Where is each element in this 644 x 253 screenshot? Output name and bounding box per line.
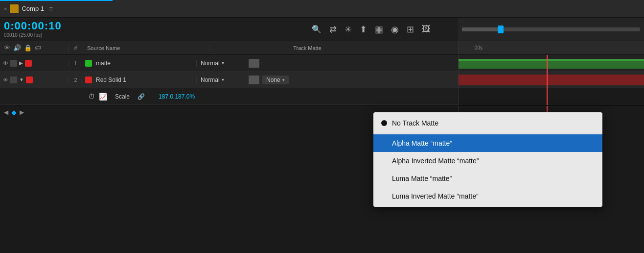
ruler-time-label: :00s xyxy=(473,45,483,51)
num-column-header: # xyxy=(69,45,83,51)
menu-item-bullet-icon xyxy=(381,120,387,126)
nav-left-arrow-icon[interactable]: ◀ xyxy=(4,109,8,116)
link-icon: 🔗 xyxy=(138,93,145,100)
layers-area: 👁 ▶ 1 matte Normal ▾ 👁 xyxy=(0,55,644,105)
timeline-scrubber xyxy=(458,18,644,41)
layer-2-track-matte-value: None xyxy=(266,76,280,83)
graph-icon[interactable]: 📈 xyxy=(99,93,107,101)
control-icons-header: 👁 🔊 🔒 🏷 xyxy=(0,44,69,51)
layer-1-track-block xyxy=(459,61,644,69)
layer-2-expand-icon[interactable]: ▼ xyxy=(19,77,24,82)
eye-header-icon: 👁 xyxy=(4,44,10,51)
scale-playhead xyxy=(547,88,548,105)
layer-1-blend-arrow-icon: ▾ xyxy=(222,60,224,66)
layer-1-color-box xyxy=(85,60,92,67)
layer-1-controls: 👁 ▶ xyxy=(0,60,69,67)
layer-2-num: 2 xyxy=(69,77,83,83)
layer-2-timeline-track xyxy=(458,72,644,88)
menu-item-no-track-matte-label: No Track Matte xyxy=(392,119,438,127)
layer-2-color-box xyxy=(85,76,92,83)
keyframe-icon[interactable]: ⏱ xyxy=(88,93,95,101)
layer-1-blend-label: Normal xyxy=(201,60,220,67)
layer-2-track-matte-swatch xyxy=(249,76,259,84)
scrubber-handle[interactable] xyxy=(498,25,504,33)
search-icon[interactable]: 🔍 xyxy=(312,25,322,34)
menu-item-luma-inverted-matte-label: Luma Inverted Matte “matte” xyxy=(392,192,479,200)
layer-2-blend-label: Normal xyxy=(201,76,220,83)
menu-item-no-track-matte[interactable]: No Track Matte xyxy=(373,114,602,132)
tab-close-button[interactable]: × xyxy=(4,6,7,12)
layer-1-timeline-track xyxy=(458,55,644,72)
fps-label: 00010 (25.00 fps) xyxy=(4,32,102,38)
scale-label: Scale xyxy=(115,93,130,100)
layer-2-color-swatch xyxy=(10,76,17,83)
column-headers: 👁 🔊 🔒 🏷 # Source Name Track Matte :00s xyxy=(0,41,644,55)
layout-icon[interactable]: ⊞ xyxy=(407,24,414,35)
scale-value: 187.0,187.0% xyxy=(159,93,195,100)
nav-diamond-icon[interactable]: ◆ xyxy=(11,108,17,116)
tab-menu-icon[interactable]: ≡ xyxy=(49,5,53,13)
tab-bar: × Comp 1 ≡ xyxy=(0,0,644,18)
scrubber-bar[interactable] xyxy=(462,27,640,31)
scale-icons: ⏱ 📈 Scale xyxy=(69,93,130,101)
layer-2-track-block xyxy=(459,75,644,85)
layer-2-dropdown-arrow-icon: ▾ xyxy=(282,77,285,82)
layer-2-track-matte-dropdown[interactable]: None ▾ xyxy=(262,76,289,84)
timecode-block: 0:00:00:10 00010 (25.00 fps) xyxy=(4,19,102,40)
nav-right-arrow-icon[interactable]: ▶ xyxy=(20,109,24,116)
audio-header-icon: 🔊 xyxy=(13,44,21,51)
label-header-icon: 🏷 xyxy=(35,44,41,51)
menu-item-luma-inverted-matte[interactable]: Luma Inverted Matte “matte” xyxy=(373,187,602,205)
grid-icon[interactable]: ▦ xyxy=(375,24,383,35)
layer-1-color-swatch xyxy=(10,60,17,67)
layer-1-track-matte-swatch xyxy=(249,59,259,68)
timecode-display[interactable]: 0:00:00:10 xyxy=(4,21,102,31)
source-name-column-header: Source Name xyxy=(83,45,209,51)
layer-2-label-icon xyxy=(26,76,33,83)
menu-item-alpha-matte-label: Alpha Matte “matte” xyxy=(392,139,452,147)
top-toolbar: 0:00:00:10 00010 (25.00 fps) 🔍 ⇄ ✳ ⬆ ▦ ◉… xyxy=(0,18,644,41)
menu-item-alpha-inverted-matte[interactable]: Alpha Inverted Matte “matte” xyxy=(373,152,602,170)
tab-title: Comp 1 xyxy=(22,5,44,12)
tab-icon xyxy=(10,4,19,13)
layer-2-name: Red Solid 1 xyxy=(94,76,197,83)
transfer-icon[interactable]: ⇄ xyxy=(329,24,337,35)
layer-1-playhead xyxy=(547,55,548,72)
timeline-ruler: :00s xyxy=(458,41,644,55)
layer-2-playhead xyxy=(547,72,548,88)
layer-2-eye-icon[interactable]: 👁 xyxy=(3,77,8,83)
lock-header-icon: 🔒 xyxy=(24,44,32,51)
star-icon[interactable]: ✳ xyxy=(345,24,352,35)
menu-item-luma-matte[interactable]: Luma Matte “matte” xyxy=(373,170,602,187)
menu-item-luma-matte-label: Luma Matte “matte” xyxy=(392,175,452,182)
layer-2-blend-arrow-icon: ▾ xyxy=(222,77,224,82)
scale-timeline-track xyxy=(458,88,644,105)
circle-icon[interactable]: ◉ xyxy=(391,24,399,35)
layer-row: 👁 ▶ 1 matte Normal ▾ xyxy=(0,55,644,72)
layer-1-label-icon xyxy=(25,60,32,67)
track-matte-column-header: Track Matte xyxy=(209,45,405,51)
track-matte-dropdown-menu: No Track Matte Alpha Matte “matte” Alpha… xyxy=(373,112,602,207)
menu-separator xyxy=(373,133,602,133)
active-tab-indicator xyxy=(0,0,113,1)
layer-1-num: 1 xyxy=(69,60,83,66)
menu-item-alpha-matte[interactable]: Alpha Matte “matte” xyxy=(373,134,602,152)
layer-row: 👁 ▼ 2 Red Solid 1 Normal ▾ None ▾ xyxy=(0,72,644,88)
layer-2-blend-mode[interactable]: Normal ▾ xyxy=(197,76,246,83)
layer-1-blend-mode[interactable]: Normal ▾ xyxy=(197,60,246,67)
layer-2-controls: 👁 ▼ xyxy=(0,76,69,83)
layer-1-eye-icon[interactable]: 👁 xyxy=(3,60,8,66)
menu-item-alpha-inverted-matte-label: Alpha Inverted Matte “matte” xyxy=(392,157,479,165)
scrubber-fill xyxy=(462,27,498,31)
upload-icon[interactable]: ⬆ xyxy=(360,24,367,35)
layer-1-name: matte xyxy=(94,60,197,67)
image-icon[interactable]: 🖼 xyxy=(422,24,431,34)
scale-property-row: ⏱ 📈 Scale 🔗 187.0,187.0% xyxy=(0,88,644,105)
layer-1-expand-icon[interactable]: ▶ xyxy=(19,60,23,66)
